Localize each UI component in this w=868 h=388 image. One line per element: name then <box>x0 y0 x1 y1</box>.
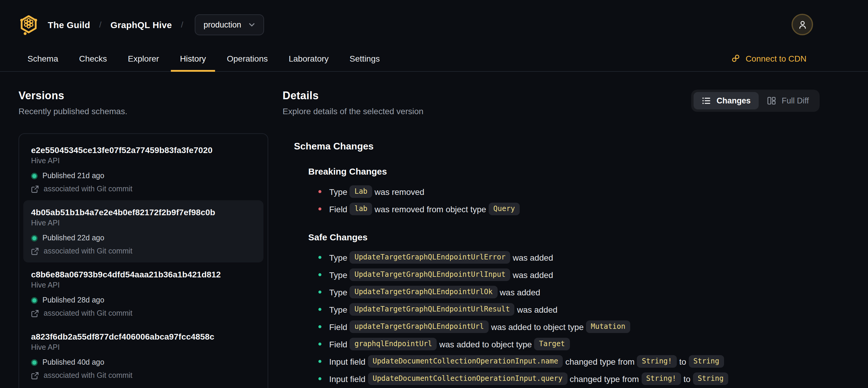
versions-subtitle: Recently published schemas. <box>19 107 268 116</box>
changes-view-label: Changes <box>717 96 751 105</box>
connect-to-cdn-label: Connect to CDN <box>746 54 806 63</box>
change-bullet <box>318 273 321 276</box>
breadcrumb-separator: / <box>181 20 183 29</box>
version-service-name: Hive API <box>31 281 256 289</box>
breadcrumb-separator: / <box>99 20 101 29</box>
schema-code-chip: UpdateTargetGraphQLEndpointUrlInput <box>350 268 510 281</box>
git-commit-label: associated with Git commit <box>43 185 132 193</box>
details-panel: Details Explore details of the selected … <box>283 90 819 387</box>
breadcrumb-org[interactable]: The Guild <box>48 20 90 30</box>
schema-code-chip: Lab <box>350 185 372 198</box>
schema-code-chip: String <box>693 372 728 385</box>
change-text: Type <box>329 187 347 197</box>
tab-bar: SchemaChecksExplorerHistoryOperationsLab… <box>0 46 868 72</box>
change-text: was added to object type <box>439 339 532 349</box>
change-bullet <box>318 342 321 346</box>
published-status-dot <box>31 359 38 365</box>
user-avatar-button[interactable] <box>792 14 813 35</box>
version-published-label: Published 21d ago <box>42 172 104 180</box>
change-text: Input field <box>329 374 365 384</box>
version-hash: c8b6e88a06793b9c4dfd54aaa21b36a1b421d812 <box>31 270 256 279</box>
schema-code-chip: Target <box>534 338 570 350</box>
list-icon <box>702 96 711 105</box>
git-commit-link[interactable]: associated with Git commit <box>31 185 256 193</box>
change-text: Field <box>329 339 347 349</box>
change-text: Type <box>329 252 347 262</box>
git-commit-label: associated with Git commit <box>43 309 132 318</box>
schema-code-chip: String <box>688 355 724 368</box>
versions-title: Versions <box>19 90 268 102</box>
version-list-item[interactable]: 4b05ab51b1b4a7e2e4b0ef82172f2b9f7ef98c0b… <box>23 200 264 263</box>
version-published-row: Published 28d ago <box>31 296 256 304</box>
schema-code-chip: lab <box>350 203 372 215</box>
chevron-down-icon <box>249 21 255 28</box>
top-bar: The Guild / GraphQL Hive / production <box>0 0 868 46</box>
safe-changes-group: Safe Changes TypeUpdateTargetGraphQLEndp… <box>294 232 819 387</box>
tab-operations[interactable]: Operations <box>218 46 277 71</box>
version-published-row: Published 21d ago <box>31 172 256 180</box>
details-subtitle: Explore details of the selected version <box>283 107 424 116</box>
full-diff-view-button[interactable]: Full Diff <box>759 92 817 110</box>
tab-explorer[interactable]: Explorer <box>119 46 168 71</box>
view-mode-toggle: Changes Full Diff <box>691 90 819 112</box>
tab-laboratory[interactable]: Laboratory <box>280 46 338 71</box>
published-status-dot <box>31 173 38 179</box>
split-panels-icon <box>767 96 776 105</box>
change-text: to <box>683 374 690 384</box>
change-item: TypeLabwas removed <box>318 183 819 200</box>
changes-view-button[interactable]: Changes <box>694 92 759 110</box>
tab-history[interactable]: History <box>171 46 215 71</box>
target-selector-value: production <box>204 20 241 29</box>
schema-code-chip: String! <box>641 372 681 385</box>
external-link-icon <box>31 247 39 255</box>
connect-to-cdn-link[interactable]: Connect to CDN <box>731 46 806 71</box>
version-published-label: Published 28d ago <box>42 296 104 304</box>
hive-logo-icon[interactable] <box>19 14 39 35</box>
version-hash: a823f6db2a55df877dcf406006abca97fcc4858c <box>31 332 256 341</box>
change-item: TypeUpdateTargetGraphQLEndpointUrlResult… <box>318 301 819 318</box>
person-icon <box>797 20 807 30</box>
change-item: FieldgraphqlEndpointUrlwas added to obje… <box>318 335 819 353</box>
git-commit-link[interactable]: associated with Git commit <box>31 247 256 255</box>
version-service-name: Hive API <box>31 157 256 165</box>
tab-checks[interactable]: Checks <box>70 46 116 71</box>
schema-code-chip: updateTargetGraphQLEndpointUrl <box>350 321 489 333</box>
breadcrumb-project[interactable]: GraphQL Hive <box>111 20 172 30</box>
tab-schema[interactable]: Schema <box>19 46 67 71</box>
change-item: Input fieldUpdateDocumentCollectionOpera… <box>318 370 819 387</box>
change-text: changed type from <box>565 357 635 366</box>
change-bullet <box>318 291 321 294</box>
schema-code-chip: UpdateTargetGraphQLEndpointUrlResult <box>350 303 515 316</box>
schema-changes-title: Schema Changes <box>294 141 819 152</box>
target-selector[interactable]: production <box>194 14 264 35</box>
breadcrumb: The Guild / GraphQL Hive / production <box>48 14 264 35</box>
schema-code-chip: Mutation <box>586 321 630 333</box>
schema-code-chip: Query <box>489 203 520 215</box>
tab-settings[interactable]: Settings <box>341 46 389 71</box>
version-list-item[interactable]: c8b6e88a06793b9c4dfd54aaa21b36a1b421d812… <box>23 263 264 325</box>
external-link-icon <box>31 185 39 193</box>
git-commit-link[interactable]: associated with Git commit <box>31 371 256 380</box>
git-commit-link[interactable]: associated with Git commit <box>31 309 256 318</box>
git-commit-label: associated with Git commit <box>43 247 132 255</box>
change-bullet <box>318 325 321 328</box>
details-title: Details <box>283 90 424 102</box>
breaking-changes-group: Breaking Changes TypeLabwas removedField… <box>294 166 819 218</box>
change-text: Type <box>329 270 347 279</box>
versions-panel: Versions Recently published schemas. e2e… <box>19 90 268 388</box>
change-bullet <box>318 360 321 363</box>
published-status-dot <box>31 297 38 303</box>
version-published-row: Published 40d ago <box>31 358 256 366</box>
change-item: Input fieldUpdateDocumentCollectionOpera… <box>318 353 819 370</box>
safe-changes-title: Safe Changes <box>308 232 819 242</box>
change-bullet <box>318 256 321 259</box>
version-list-item[interactable]: a823f6db2a55df877dcf406006abca97fcc4858c… <box>23 325 264 387</box>
breaking-changes-title: Breaking Changes <box>308 166 819 176</box>
version-service-name: Hive API <box>31 219 256 227</box>
change-text: was removed from object type <box>375 204 486 214</box>
full-diff-view-label: Full Diff <box>782 96 809 105</box>
change-text: Type <box>329 305 347 314</box>
version-list-item[interactable]: e2e55045345ce13fe07f52a77459b83fa3fe7020… <box>23 138 264 200</box>
change-item: TypeUpdateTargetGraphQLEndpointUrlInputw… <box>318 266 819 283</box>
external-link-icon <box>31 309 39 317</box>
